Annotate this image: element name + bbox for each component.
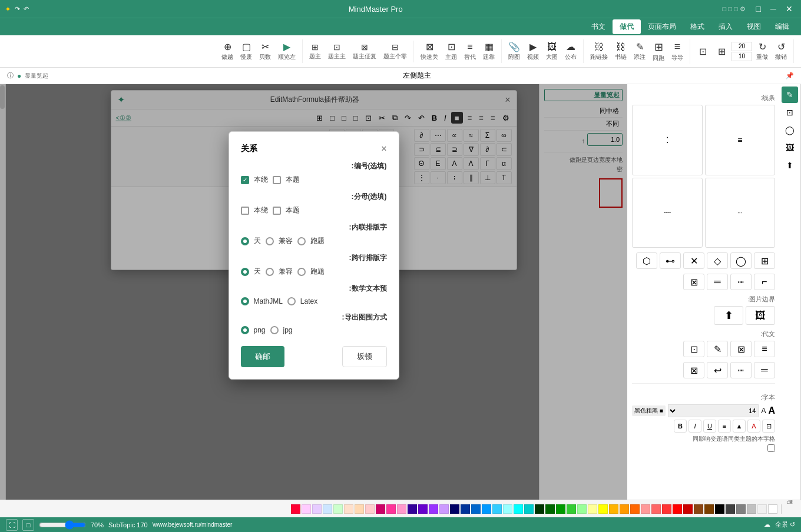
menu-view[interactable]: 视图 — [740, 19, 768, 34]
color-black[interactable] — [715, 504, 724, 514]
color-red[interactable] — [673, 504, 682, 514]
tb-preview[interactable]: ▶顺览左 — [275, 39, 299, 63]
text-8[interactable]: ⊠ — [683, 362, 704, 378]
text-3[interactable]: ✎ — [707, 341, 728, 357]
color-magenta[interactable] — [376, 504, 385, 514]
tool-upload[interactable]: ⬆ — [782, 157, 798, 174]
color-hotpink[interactable] — [397, 504, 406, 514]
color-babyblue[interactable] — [323, 504, 332, 514]
font-highlight[interactable]: ▲ — [733, 420, 746, 433]
menu-code[interactable]: 做代 — [613, 19, 641, 34]
tb-img[interactable]: 🖼大图 — [543, 40, 561, 63]
menu-edit[interactable]: 编辑 — [768, 19, 796, 34]
tb-vid[interactable]: ▶视频 — [524, 39, 542, 63]
color-silver[interactable] — [747, 504, 756, 514]
color-violet[interactable] — [429, 504, 438, 514]
color-red-dark[interactable] — [683, 504, 693, 514]
menu-insert[interactable]: 插入 — [711, 19, 740, 34]
redo-button[interactable]: ↻ 重做 — [753, 39, 771, 63]
color-crimson[interactable] — [291, 504, 300, 514]
ef-radio1[interactable] — [241, 326, 249, 334]
font-sync-check[interactable] — [767, 444, 775, 452]
grid-btn[interactable]: ⊡ — [694, 44, 711, 59]
sh-3[interactable]: ◇ — [707, 252, 728, 269]
line-btn-2[interactable]: ⁚ — [632, 105, 703, 175]
color-purple[interactable] — [418, 504, 428, 514]
color-pink[interactable] — [651, 504, 661, 514]
color-gray[interactable] — [736, 504, 746, 514]
ef-radio2[interactable] — [270, 326, 279, 334]
color-lightgreen[interactable] — [577, 504, 587, 514]
font-align-r[interactable]: ≡ — [718, 420, 731, 433]
color-brown[interactable] — [704, 504, 714, 514]
zoom-reset[interactable]: □ — [22, 519, 34, 531]
sh-9[interactable]: ═ — [707, 274, 728, 290]
font-size-top[interactable] — [732, 42, 752, 51]
text-6[interactable]: ┉ — [730, 362, 752, 378]
font-align-l[interactable]: ⊡ — [762, 420, 775, 433]
color-peach[interactable] — [355, 504, 364, 514]
boundary-1[interactable]: 🖼 — [746, 306, 775, 325]
tb-frame[interactable]: ▢慢废 — [237, 39, 255, 63]
color-deeppink[interactable] — [386, 504, 396, 514]
sh-10[interactable]: ⊠ — [683, 274, 704, 290]
num-check2[interactable] — [273, 176, 281, 184]
color-saddlebrown[interactable] — [694, 504, 703, 514]
denom-check1[interactable] — [241, 207, 249, 215]
font-color-btn[interactable]: A — [747, 420, 760, 433]
mr-radio2[interactable] — [287, 297, 296, 305]
color-red-light[interactable] — [662, 504, 671, 514]
color-darkpurple[interactable] — [408, 504, 417, 514]
font-color-preview[interactable]: ■ 黑色粗黑 — [632, 405, 666, 416]
color-medblue[interactable] — [471, 504, 481, 514]
status-refresh[interactable]: ↺ 全景 — [775, 520, 795, 529]
line-btn-3[interactable]: ··· — [705, 178, 776, 248]
sh-7[interactable]: ⌐ — [754, 274, 775, 290]
color-blue[interactable] — [482, 504, 491, 514]
text-5[interactable]: ═ — [754, 362, 775, 378]
line-btn-4[interactable]: ╌╌ — [632, 178, 703, 248]
color-yellow[interactable] — [598, 504, 608, 514]
close-btn[interactable]: ✕ — [782, 3, 796, 15]
tb-table[interactable]: ▦题靠 — [480, 39, 498, 63]
color-forestgreen[interactable] — [535, 504, 544, 514]
color-green[interactable] — [567, 504, 576, 514]
fi-radio3[interactable] — [297, 237, 306, 245]
fullscreen-btn[interactable]: ⛶ — [6, 519, 18, 531]
color-lightgray[interactable] — [757, 504, 767, 514]
color-lightyellow[interactable] — [588, 504, 597, 514]
text-2[interactable]: ⊠ — [730, 341, 752, 357]
sh-4[interactable]: ✕ — [683, 252, 704, 269]
color-orchid[interactable] — [302, 504, 311, 514]
fi-radio2[interactable] — [266, 237, 274, 245]
color-darkgreen[interactable] — [556, 504, 565, 514]
maximize-btn[interactable]: □ — [753, 3, 764, 15]
tool-shape[interactable]: ◯ — [782, 122, 798, 138]
tb-cut[interactable]: ✂贝数 — [256, 39, 274, 63]
color-apricot[interactable] — [344, 504, 353, 514]
color-navy[interactable] — [450, 504, 459, 514]
dialog-close[interactable]: × — [381, 144, 386, 154]
minimize-btn[interactable]: ─ — [767, 3, 780, 15]
tb-sub3[interactable]: ⊡题主主 — [325, 41, 349, 62]
tb-sub2[interactable]: ⊠题主佂复 — [350, 41, 379, 62]
tb-follow[interactable]: ⊠快速关 — [418, 39, 441, 63]
tb-flow2[interactable]: ⊞同跑 — [650, 39, 667, 64]
color-lightcyan[interactable] — [503, 504, 512, 514]
text-7[interactable]: ↩ — [707, 362, 728, 378]
color-skyblue[interactable] — [492, 504, 502, 514]
num-check1[interactable] — [241, 176, 249, 184]
sh-8[interactable]: ┉ — [730, 274, 752, 290]
tb-list[interactable]: ≡替代 — [461, 40, 479, 63]
dialog-cancel-btn[interactable]: 坂顿 — [342, 346, 387, 367]
font-size-bottom[interactable] — [732, 52, 752, 61]
tb-main[interactable]: ⊡主题 — [442, 39, 460, 63]
sh-1[interactable]: ⊞ — [754, 252, 775, 269]
tb-att[interactable]: 📎附图 — [505, 39, 523, 63]
font-italic[interactable]: I — [689, 420, 701, 433]
boundary-2[interactable]: ⬆ — [714, 306, 743, 325]
color-mintgreen[interactable] — [333, 504, 343, 514]
tb-flow5[interactable]: ⛓跑链接 — [587, 40, 611, 63]
tb-export[interactable]: ⊕做越 — [219, 39, 236, 63]
toggle-icon[interactable]: ● — [17, 72, 21, 80]
